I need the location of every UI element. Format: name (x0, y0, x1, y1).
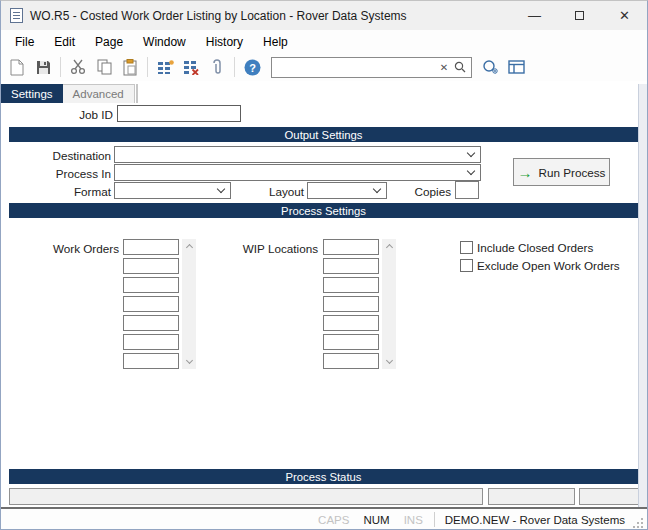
layout-icon[interactable] (504, 56, 528, 79)
work-order-input[interactable] (123, 277, 179, 293)
menu-help[interactable]: Help (253, 32, 298, 52)
menu-file[interactable]: File (5, 32, 44, 52)
copies-label: Copies (381, 185, 451, 198)
job-id-input[interactable] (117, 105, 241, 122)
delete-rows-icon[interactable] (179, 56, 203, 79)
wip-location-input[interactable] (323, 296, 379, 312)
process-in-select[interactable] (114, 164, 481, 181)
status-bar: CAPS NUM INS DEMO.NEW - Rover Data Syste… (1, 509, 647, 530)
wip-location-input[interactable] (323, 239, 379, 255)
num-indicator: NUM (356, 514, 396, 526)
menu-history[interactable]: History (196, 32, 253, 52)
exclude-open-work-orders-label: Exclude Open Work Orders (477, 259, 620, 272)
include-closed-orders-checkbox[interactable] (460, 241, 473, 254)
chevron-down-icon (467, 167, 475, 175)
save-icon[interactable] (31, 56, 55, 79)
wip-locations-label: WIP Locations (201, 242, 318, 255)
add-rows-icon[interactable] (153, 56, 177, 79)
wip-location-input[interactable] (323, 353, 379, 369)
maximize-button[interactable] (557, 1, 602, 30)
work-order-input[interactable] (123, 296, 179, 312)
svg-text:?: ? (249, 61, 256, 73)
scroll-down-icon[interactable] (182, 355, 196, 369)
process-in-label: Process In (1, 167, 111, 180)
resize-grip-icon[interactable] (631, 516, 645, 530)
chevron-down-icon (467, 149, 475, 157)
exclude-open-work-orders-option[interactable]: Exclude Open Work Orders (460, 259, 620, 272)
format-select[interactable] (114, 182, 231, 199)
search-icon[interactable] (452, 59, 468, 75)
find-view-icon[interactable] (478, 56, 502, 79)
wip-location-input[interactable] (323, 334, 379, 350)
section-output-settings: Output Settings (9, 127, 638, 142)
process-status-field-2 (488, 488, 575, 505)
tab-settings[interactable]: Settings (1, 84, 63, 103)
menu-bar: File Edit Page Window History Help (1, 30, 647, 53)
menu-page[interactable]: Page (85, 32, 133, 52)
run-arrow-icon: → (518, 165, 533, 180)
destination-select[interactable] (114, 146, 481, 163)
wip-location-input[interactable] (323, 315, 379, 331)
process-status-bar (9, 488, 483, 505)
app-icon (10, 8, 23, 23)
connection-context: DEMO.NEW - Rover Data Systems (439, 514, 631, 526)
scroll-up-icon[interactable] (382, 239, 396, 253)
include-closed-orders-label: Include Closed Orders (477, 241, 593, 254)
run-process-label: Run Process (539, 166, 606, 179)
format-label: Format (1, 185, 111, 198)
ins-indicator: INS (397, 514, 430, 526)
scroll-down-icon[interactable] (382, 355, 396, 369)
chevron-down-icon (217, 185, 225, 193)
cut-icon[interactable] (66, 56, 90, 79)
work-order-input[interactable] (123, 334, 179, 350)
help-icon[interactable]: ? (240, 56, 264, 79)
work-order-input[interactable] (123, 315, 179, 331)
wip-location-input[interactable] (323, 258, 379, 274)
title-bar: WO.R5 - Costed Work Order Listing by Loc… (1, 1, 647, 30)
destination-label: Destination (1, 149, 111, 162)
wip-locations-scrollbar[interactable] (382, 239, 396, 369)
section-process-settings: Process Settings (9, 203, 638, 218)
exclude-open-work-orders-checkbox[interactable] (460, 259, 473, 272)
new-icon[interactable] (5, 56, 29, 79)
tab-advanced[interactable]: Advanced (63, 84, 135, 103)
wip-location-input[interactable] (323, 277, 379, 293)
copies-input[interactable] (455, 181, 479, 199)
section-process-status: Process Status (9, 469, 638, 484)
app-window: WO.R5 - Costed Work Order Listing by Loc… (0, 0, 648, 530)
process-status-field-3 (579, 488, 641, 505)
copy-icon[interactable] (92, 56, 116, 79)
work-orders-label: Work Orders (1, 242, 119, 255)
window-title: WO.R5 - Costed Work Order Listing by Loc… (30, 9, 407, 23)
layout-label: Layout (231, 185, 304, 198)
tab-bar: Settings Advanced (1, 84, 138, 103)
job-id-label: Job ID (1, 108, 113, 121)
paste-icon[interactable] (118, 56, 142, 79)
menu-edit[interactable]: Edit (44, 32, 85, 52)
include-closed-orders-option[interactable]: Include Closed Orders (460, 241, 593, 254)
right-resize-strip[interactable] (638, 84, 648, 507)
scroll-up-icon[interactable] (182, 239, 196, 253)
toolbar: ? ✕ (1, 53, 647, 81)
work-order-input[interactable] (123, 258, 179, 274)
paperclip-icon[interactable] (205, 56, 229, 79)
menu-window[interactable]: Window (133, 32, 196, 52)
work-order-input[interactable] (123, 353, 179, 369)
caps-indicator: CAPS (311, 514, 356, 526)
work-order-input[interactable] (123, 239, 179, 255)
toolbar-search: ✕ (271, 57, 472, 78)
run-process-button[interactable]: → Run Process (513, 158, 610, 186)
chevron-down-icon (373, 185, 381, 193)
search-input[interactable] (276, 59, 436, 75)
close-button[interactable]: ✕ (602, 1, 647, 30)
layout-select[interactable] (307, 182, 387, 199)
search-clear-icon[interactable]: ✕ (436, 59, 452, 75)
work-orders-scrollbar[interactable] (182, 239, 196, 369)
minimize-button[interactable]: — (512, 1, 557, 30)
